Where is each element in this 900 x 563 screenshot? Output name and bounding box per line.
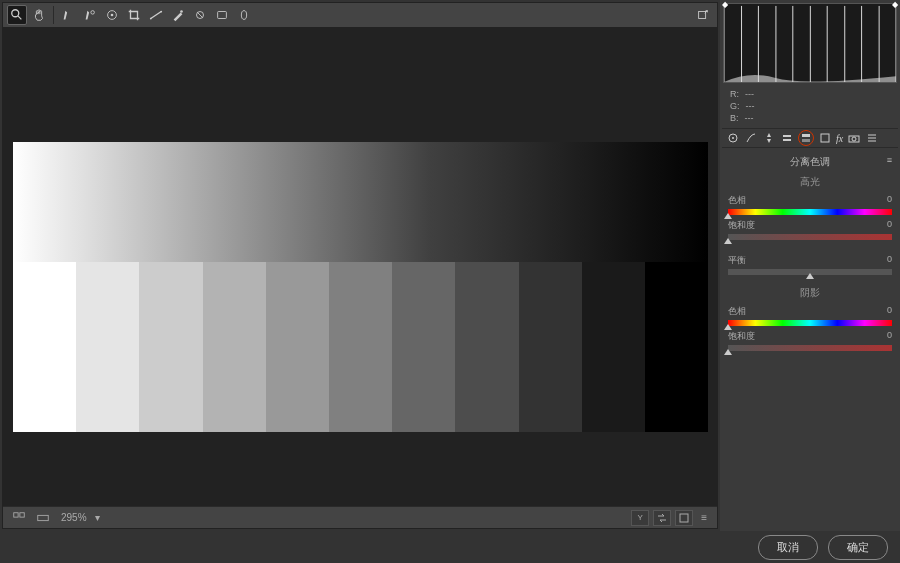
open-image-icon[interactable] bbox=[693, 5, 713, 25]
svg-point-7 bbox=[160, 11, 162, 13]
status-bar: 295% ▾ Y ≡ bbox=[3, 506, 717, 528]
svg-rect-33 bbox=[783, 139, 791, 141]
y-button[interactable]: Y bbox=[631, 510, 649, 526]
whitebalance-tool-icon[interactable] bbox=[58, 5, 78, 25]
bottom-bar: 取消 确定 bbox=[0, 531, 900, 563]
svg-point-31 bbox=[732, 137, 734, 139]
sh-hue-label: 色相 bbox=[728, 305, 746, 318]
panel-title: 分离色调 bbox=[790, 156, 830, 167]
hl-hue-label: 色相 bbox=[728, 194, 746, 207]
gradient-strip bbox=[13, 142, 708, 262]
histogram: ◆ ◆ bbox=[723, 3, 897, 83]
svg-rect-34 bbox=[802, 134, 810, 137]
hl-hue-slider[interactable] bbox=[728, 209, 892, 215]
hsl-tab-icon[interactable] bbox=[780, 131, 794, 145]
svg-rect-16 bbox=[20, 512, 24, 516]
sh-hue-value[interactable]: 0 bbox=[887, 305, 892, 318]
redeye-tool-icon[interactable] bbox=[190, 5, 210, 25]
svg-rect-18 bbox=[680, 514, 688, 522]
svg-point-2 bbox=[91, 11, 95, 15]
svg-point-8 bbox=[180, 10, 183, 13]
balance-label: 平衡 bbox=[728, 254, 746, 267]
hl-sat-slider[interactable] bbox=[728, 234, 892, 240]
zoom-dropdown-icon[interactable]: ▾ bbox=[95, 512, 100, 523]
cancel-button[interactable]: 取消 bbox=[758, 535, 818, 560]
g-value: --- bbox=[746, 100, 755, 112]
shadows-clip-icon[interactable]: ◆ bbox=[722, 0, 728, 9]
prefs-tool-icon[interactable] bbox=[234, 5, 254, 25]
svg-line-1 bbox=[18, 16, 22, 20]
r-label: R: bbox=[730, 88, 739, 100]
filmstrip-icon[interactable] bbox=[33, 508, 53, 528]
b-label: B: bbox=[730, 112, 739, 124]
sh-sat-slider[interactable] bbox=[728, 345, 892, 351]
svg-point-12 bbox=[241, 11, 246, 20]
targeted-adjust-tool-icon[interactable] bbox=[102, 5, 122, 25]
svg-rect-36 bbox=[821, 134, 829, 142]
camera-tab-icon[interactable] bbox=[847, 131, 861, 145]
curve-tab-icon[interactable] bbox=[744, 131, 758, 145]
svg-line-10 bbox=[197, 12, 202, 17]
main-toolbar bbox=[3, 3, 717, 27]
straighten-tool-icon[interactable] bbox=[146, 5, 166, 25]
sh-sat-value[interactable]: 0 bbox=[887, 330, 892, 343]
balance-value[interactable]: 0 bbox=[887, 254, 892, 267]
svg-rect-35 bbox=[802, 139, 810, 142]
hl-hue-value[interactable]: 0 bbox=[887, 194, 892, 207]
balance-slider[interactable] bbox=[728, 269, 892, 275]
g-label: G: bbox=[730, 100, 740, 112]
hand-tool-icon[interactable] bbox=[29, 5, 49, 25]
spot-removal-tool-icon[interactable] bbox=[168, 5, 188, 25]
hl-sat-label: 饱和度 bbox=[728, 219, 755, 232]
grayscale-steps bbox=[13, 262, 708, 432]
sh-sat-label: 饱和度 bbox=[728, 330, 755, 343]
adjustment-tabs: fx bbox=[722, 128, 898, 148]
detail-tab-icon[interactable] bbox=[762, 131, 776, 145]
split-toning-panel: 分离色调 ≡ 高光 色相0 饱和度0 平衡0 阴影 bbox=[722, 148, 898, 357]
highlights-clip-icon[interactable]: ◆ bbox=[892, 0, 898, 9]
split-tone-tab-icon[interactable] bbox=[798, 130, 814, 146]
snapshot-tool-icon[interactable] bbox=[212, 5, 232, 25]
highlights-header: 高光 bbox=[728, 172, 892, 192]
svg-rect-17 bbox=[38, 515, 49, 520]
b-value: --- bbox=[745, 112, 754, 124]
svg-rect-32 bbox=[783, 135, 791, 137]
presets-tab-icon[interactable] bbox=[865, 131, 879, 145]
full-button[interactable] bbox=[675, 510, 693, 526]
sh-hue-slider[interactable] bbox=[728, 320, 892, 326]
hl-sat-value[interactable]: 0 bbox=[887, 219, 892, 232]
svg-point-0 bbox=[12, 10, 19, 17]
basic-tab-icon[interactable] bbox=[726, 131, 740, 145]
crop-tool-icon[interactable] bbox=[124, 5, 144, 25]
zoom-tool-icon[interactable] bbox=[7, 5, 27, 25]
image-preview bbox=[13, 142, 708, 432]
colorsampler-tool-icon[interactable] bbox=[80, 5, 100, 25]
rgb-readout: R:--- G:--- B:--- bbox=[722, 84, 898, 128]
svg-rect-13 bbox=[699, 12, 706, 19]
grid-icon[interactable] bbox=[9, 508, 29, 528]
svg-point-4 bbox=[111, 14, 114, 17]
svg-line-5 bbox=[151, 12, 162, 19]
ok-button[interactable]: 确定 bbox=[828, 535, 888, 560]
canvas[interactable] bbox=[3, 27, 717, 506]
swap-button[interactable] bbox=[653, 510, 671, 526]
svg-rect-11 bbox=[218, 12, 227, 19]
svg-rect-15 bbox=[14, 512, 18, 516]
view-menu-icon[interactable]: ≡ bbox=[697, 512, 711, 523]
svg-point-6 bbox=[150, 18, 152, 20]
svg-point-38 bbox=[852, 137, 856, 141]
effects-tab-icon[interactable]: fx bbox=[836, 133, 843, 144]
lens-tab-icon[interactable] bbox=[818, 131, 832, 145]
r-value: --- bbox=[745, 88, 754, 100]
zoom-level[interactable]: 295% bbox=[57, 512, 91, 523]
shadows-header: 阴影 bbox=[728, 283, 892, 303]
panel-menu-icon[interactable]: ≡ bbox=[887, 155, 892, 165]
